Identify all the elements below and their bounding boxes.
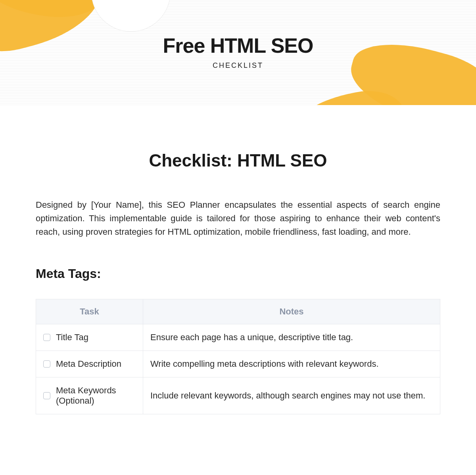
task-notes: Write compelling meta descriptions with … — [143, 351, 440, 377]
task-notes: Ensure each page has a unique, descripti… — [143, 324, 440, 351]
document-content: Checklist: HTML SEO Designed by [Your Na… — [0, 105, 476, 430]
section-heading-meta-tags: Meta Tags: — [36, 266, 440, 281]
table-row: Meta Description Write compelling meta d… — [36, 351, 440, 377]
checklist-table: Task Notes Title Tag Ensure each page ha… — [36, 299, 440, 414]
task-notes: Include relevant keywords, although sear… — [143, 377, 440, 414]
checkbox-icon[interactable] — [43, 360, 50, 368]
hero-subtitle: CHECKLIST — [0, 61, 476, 70]
table-row: Meta Keywords (Optional) Include relevan… — [36, 377, 440, 414]
table-row: Title Tag Ensure each page has a unique,… — [36, 324, 440, 351]
document-title: Checklist: HTML SEO — [36, 151, 440, 170]
column-header-notes: Notes — [143, 299, 440, 324]
checkbox-icon[interactable] — [43, 392, 50, 399]
hero-title: Free HTML SEO — [0, 34, 476, 57]
task-label: Meta Description — [56, 359, 121, 369]
document-intro: Designed by [Your Name], this SEO Planne… — [36, 198, 440, 239]
task-label: Meta Keywords (Optional) — [56, 385, 136, 406]
hero-banner: Free HTML SEO CHECKLIST — [0, 0, 476, 105]
checkbox-icon[interactable] — [43, 334, 50, 341]
task-label: Title Tag — [56, 332, 88, 343]
column-header-task: Task — [36, 299, 143, 324]
